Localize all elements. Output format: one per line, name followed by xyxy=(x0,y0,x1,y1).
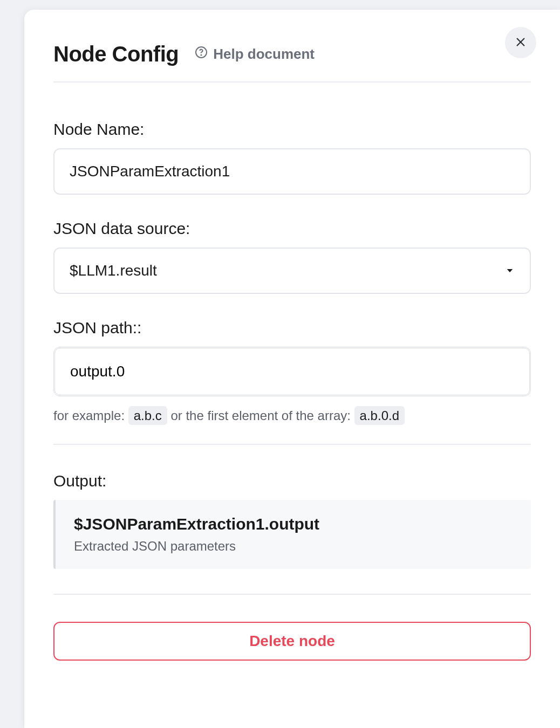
page-title: Node Config xyxy=(53,42,179,66)
svg-point-3 xyxy=(201,54,202,55)
divider xyxy=(53,444,531,445)
hint-mid: or the first element of the array: xyxy=(170,408,350,423)
output-description: Extracted JSON parameters xyxy=(74,539,513,554)
hint-code-2: a.b.0.d xyxy=(354,406,405,425)
output-variable: $JSONParamExtraction1.output xyxy=(74,515,513,533)
hint-code-1: a.b.c xyxy=(128,406,167,425)
close-button[interactable] xyxy=(505,27,536,58)
delete-node-button[interactable]: Delete node xyxy=(53,622,531,661)
json-source-select[interactable]: $LLM1.result xyxy=(53,248,531,294)
divider xyxy=(53,594,531,595)
json-source-label: JSON data source: xyxy=(53,219,531,238)
node-config-panel: Node Config Help document Node Name: JSO… xyxy=(24,10,560,728)
divider xyxy=(53,81,531,83)
help-document-link[interactable]: Help document xyxy=(195,46,315,63)
json-path-hint: for example: a.b.c or the first element … xyxy=(53,408,531,423)
output-card: $JSONParamExtraction1.output Extracted J… xyxy=(53,500,531,569)
hint-prefix: for example: xyxy=(53,408,125,423)
question-circle-icon xyxy=(195,46,208,63)
close-icon xyxy=(515,36,527,50)
json-path-input-wrap xyxy=(53,347,531,396)
chevron-down-icon xyxy=(505,262,515,279)
help-label: Help document xyxy=(213,46,315,63)
node-name-input[interactable] xyxy=(53,148,531,195)
json-source-value: $LLM1.result xyxy=(70,262,157,279)
json-path-input[interactable] xyxy=(57,351,527,393)
output-label: Output: xyxy=(53,472,531,490)
json-path-label: JSON path:: xyxy=(53,319,531,337)
node-name-label: Node Name: xyxy=(53,120,531,139)
